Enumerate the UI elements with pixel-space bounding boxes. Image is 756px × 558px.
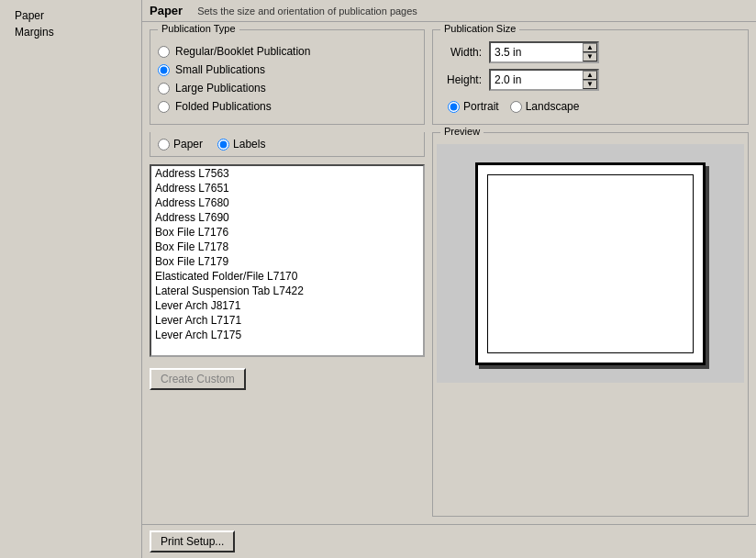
sidebar-item-paper-label: Paper [15,9,44,22]
toggle-paper-label[interactable]: Paper [173,138,203,151]
radio-folded-label[interactable]: Folded Publications [175,100,272,113]
radio-large[interactable]: Large Publications [158,82,417,95]
create-custom-row: Create Custom [150,364,425,394]
preview-group: Preview [432,132,749,517]
radio-regular-input[interactable] [158,46,170,58]
radio-folded[interactable]: Folded Publications [158,100,417,113]
list-item[interactable]: Address L7690 [151,210,423,225]
radio-regular-label[interactable]: Regular/Booklet Publication [175,45,310,58]
toggle-labels-label[interactable]: Labels [233,138,265,151]
content-body: Publication Type Regular/Booklet Publica… [142,22,756,524]
list-item[interactable]: Address L7651 [151,181,423,195]
width-spin-up[interactable]: ▲ [583,43,597,52]
orient-portrait[interactable]: Portrait [448,100,499,113]
list-item[interactable]: Lateral Suspension Tab L7422 [151,284,423,298]
publication-size-label: Publication Size [440,23,519,34]
footer: Print Setup... [142,524,756,558]
radio-small[interactable]: Small Publications [158,63,417,76]
publication-type-label: Publication Type [158,23,239,34]
width-row: Width: ▲ ▼ [440,41,740,63]
list-item[interactable]: Elasticated Folder/File L7170 [151,269,423,284]
height-spin-buttons: ▲ ▼ [583,71,597,89]
create-custom-button[interactable]: Create Custom [150,368,246,390]
height-input[interactable] [491,73,583,87]
width-label: Width: [440,46,482,59]
sidebar-item-paper[interactable]: Paper [4,7,138,24]
publication-type-group: Publication Type Regular/Booklet Publica… [150,29,425,125]
list-item[interactable]: Box File L7176 [151,225,423,240]
preview-page [475,162,706,365]
labels-list[interactable]: Address L7563Address L7651Address L7680A… [150,164,425,357]
content-header: Paper Sets the size and orientation of p… [142,0,756,22]
preview-label: Preview [440,126,484,137]
orientation-row: Portrait Landscape [440,96,740,117]
list-item[interactable]: Address L7680 [151,195,423,210]
list-item[interactable]: Lever Arch L7175 [151,328,423,342]
toggle-paper-input[interactable] [158,139,170,151]
toggle-paper[interactable]: Paper [158,138,203,151]
landscape-label[interactable]: Landscape [526,100,580,113]
publication-size-group: Publication Size Width: ▲ ▼ Height: [432,29,749,125]
height-spin-down[interactable]: ▼ [583,80,597,89]
right-panel: Publication Size Width: ▲ ▼ Height: [432,29,749,517]
preview-inner [487,174,694,353]
radio-large-label[interactable]: Large Publications [175,82,266,95]
publication-type-radio-group: Regular/Booklet Publication Small Public… [158,41,417,117]
portrait-input[interactable] [448,101,460,113]
page-title: Paper [150,4,183,17]
portrait-label[interactable]: Portrait [463,100,499,113]
toggle-labels-input[interactable] [217,139,229,151]
width-input-wrap: ▲ ▼ [489,41,599,63]
print-setup-button[interactable]: Print Setup... [150,530,235,552]
list-item[interactable]: Lever Arch J8171 [151,298,423,313]
sidebar-item-margins[interactable]: Margins [4,24,138,40]
sidebar-item-margins-label: Margins [15,26,54,39]
main-container: Paper Margins Paper Sets the size and or… [0,0,756,558]
content-area: Paper Sets the size and orientation of p… [142,0,756,558]
list-item[interactable]: Box File L7179 [151,254,423,269]
list-item[interactable]: Address L7563 [151,166,423,181]
list-item[interactable]: Lever Arch L7171 [151,313,423,328]
landscape-input[interactable] [510,101,522,113]
height-spin-up[interactable]: ▲ [583,71,597,80]
height-row: Height: ▲ ▼ [440,69,740,91]
width-input[interactable] [491,45,583,60]
width-spin-buttons: ▲ ▼ [583,43,597,61]
radio-folded-input[interactable] [158,101,170,113]
height-label: Height: [440,73,482,86]
sidebar: Paper Margins [0,0,142,558]
radio-small-label[interactable]: Small Publications [175,63,265,76]
radio-regular[interactable]: Regular/Booklet Publication [158,45,417,58]
page-description: Sets the size and orientation of publica… [197,6,417,17]
radio-small-input[interactable] [158,64,170,76]
height-input-wrap: ▲ ▼ [489,69,599,91]
radio-large-input[interactable] [158,83,170,95]
preview-canvas [437,144,744,383]
list-item[interactable]: Box File L7178 [151,240,423,254]
toggle-labels[interactable]: Labels [217,138,265,151]
orient-landscape[interactable]: Landscape [510,100,580,113]
left-panel: Publication Type Regular/Booklet Publica… [150,29,425,517]
width-spin-down[interactable]: ▼ [583,52,597,61]
paper-labels-toggle: Paper Labels [150,132,425,157]
